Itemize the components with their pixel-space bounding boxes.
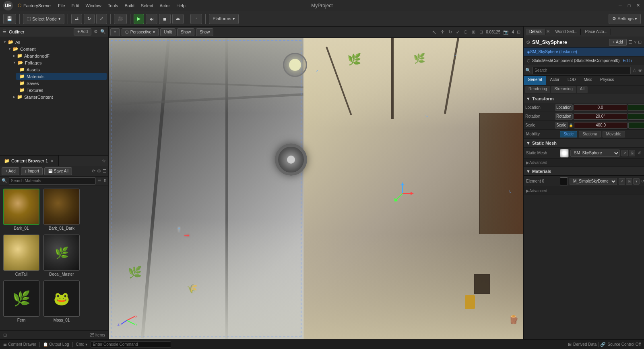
- cb-view-icon[interactable]: ☰: [97, 178, 101, 183]
- camera-icon[interactable]: 📷: [502, 29, 510, 35]
- material-item-fern[interactable]: 🌿 Fern: [2, 279, 41, 324]
- cb-add-button[interactable]: + Add: [2, 167, 19, 175]
- snap-icon[interactable]: ⊡: [478, 29, 484, 35]
- static-mesh-section-header[interactable]: ▼ Static Mesh: [524, 139, 644, 147]
- move-icon[interactable]: ✛: [440, 29, 446, 35]
- content-browser-tab[interactable]: 📁 Content Browser 1 ✕: [0, 156, 59, 166]
- filter-physics[interactable]: Physics: [596, 76, 618, 85]
- tree-item-abandoned[interactable]: ▶ 📁 AbandonedF: [11, 52, 107, 59]
- tree-item-saves[interactable]: 📁 Saves: [16, 80, 107, 87]
- material-item-bark01dark[interactable]: Bark_01_Dark: [42, 187, 81, 232]
- mat-more-button[interactable]: ▾: [633, 178, 640, 185]
- filter-misc[interactable]: Misc: [580, 76, 596, 85]
- edit-link[interactable]: Edit i: [623, 58, 632, 63]
- select-mode-button[interactable]: ⬚ Select Mode ▾: [23, 14, 64, 24]
- eye-icon[interactable]: 👁: [638, 68, 642, 73]
- collection-icon[interactable]: ⊞: [3, 332, 7, 338]
- mat-reset-button[interactable]: ↺: [641, 179, 644, 183]
- more-options-button[interactable]: ⋮: [190, 14, 202, 24]
- scale-select[interactable]: Scale: [555, 122, 568, 129]
- viewport-menu-button[interactable]: ≡: [110, 28, 120, 36]
- static-mesh-select[interactable]: SM_SkySphere: [570, 150, 620, 157]
- mat-copy-button[interactable]: ⎘: [626, 178, 632, 185]
- tree-item-all[interactable]: ▼ 📂 All: [2, 39, 107, 46]
- play-button[interactable]: ▶: [134, 14, 144, 24]
- details-view-icon[interactable]: ☰: [628, 39, 632, 45]
- cb-search-input[interactable]: [9, 177, 96, 185]
- transform-button[interactable]: ⇄: [71, 14, 82, 24]
- location-x-input[interactable]: [574, 104, 627, 111]
- tree-item-starter[interactable]: ▶ 📁 StarterContent: [11, 93, 107, 100]
- rotate-button[interactable]: ↻: [84, 14, 95, 24]
- outliner-search-icon[interactable]: 🔍: [100, 29, 106, 34]
- sub-tab-rendering[interactable]: Rendering: [525, 86, 550, 93]
- settings-button[interactable]: ⚙ Settings ▾: [609, 14, 641, 24]
- menu-file[interactable]: File: [56, 2, 68, 9]
- details-tab[interactable]: Details: [526, 29, 545, 35]
- unlit-button[interactable]: Unlit: [160, 28, 175, 36]
- save-button[interactable]: 💾: [3, 14, 16, 24]
- source-control-label[interactable]: Source Control Off: [607, 342, 641, 347]
- lock-icon[interactable]: ☆: [632, 68, 636, 73]
- materials-section-header[interactable]: ▼ Materials: [524, 167, 644, 176]
- play-from-button[interactable]: ⏭: [146, 14, 157, 24]
- grid-icon[interactable]: ⊞: [471, 29, 477, 35]
- materials-advanced-row[interactable]: ▶ Advanced: [524, 187, 644, 195]
- mesh-reset-button[interactable]: ↺: [637, 151, 642, 155]
- scale-button[interactable]: ⤢: [96, 14, 107, 24]
- world-settings-tab[interactable]: World Sett...: [552, 29, 581, 35]
- filter-general[interactable]: General: [524, 76, 546, 85]
- menu-edit[interactable]: Edit: [69, 2, 82, 9]
- details-search-input[interactable]: [533, 67, 631, 74]
- rotation-y-input[interactable]: [628, 113, 644, 120]
- tree-item-foliages[interactable]: ▼ 📂 Foliages: [11, 59, 107, 66]
- mobility-static-button[interactable]: Static: [560, 131, 577, 137]
- location-select[interactable]: Location: [555, 104, 573, 111]
- cb-import-button[interactable]: ↓ Import: [21, 167, 43, 175]
- derived-data-label[interactable]: Derived Data: [573, 342, 597, 347]
- menu-actor[interactable]: Actor: [157, 2, 172, 9]
- filter-actor[interactable]: Actor: [546, 76, 564, 85]
- content-drawer-button[interactable]: ☰ Content Drawer: [3, 342, 36, 347]
- outliner-settings-icon[interactable]: ⚙: [94, 29, 98, 34]
- tree-item-materials[interactable]: 📁 Materials: [16, 73, 107, 80]
- cb-sync-icon[interactable]: ⟳: [92, 168, 95, 174]
- minimize-button[interactable]: ─: [617, 3, 623, 8]
- scale-icon[interactable]: ⤢: [455, 29, 461, 35]
- camera-button[interactable]: 🎥: [114, 14, 127, 24]
- details-help-icon[interactable]: ?: [634, 40, 636, 45]
- location-y-input[interactable]: [628, 104, 644, 111]
- material-item-moss[interactable]: 🐸 Moss_01: [42, 279, 81, 324]
- transform-icon[interactable]: ⬡: [462, 29, 469, 35]
- scale-lock-icon[interactable]: 🔒: [569, 123, 573, 127]
- maximize-button[interactable]: □: [626, 3, 632, 8]
- rotation-select[interactable]: Rotation: [555, 113, 573, 120]
- material-element0-select[interactable]: M_SimpleSkyDome: [570, 178, 617, 185]
- tree-item-content[interactable]: ▼ 📂 Content: [6, 46, 107, 52]
- menu-tools[interactable]: Tools: [105, 2, 121, 9]
- fav-icon[interactable]: ☆: [99, 158, 108, 164]
- show-button1[interactable]: Show: [177, 28, 194, 36]
- platforms-button[interactable]: Platforms ▾: [209, 14, 239, 24]
- output-log-button[interactable]: 📋 Output Log: [43, 342, 69, 347]
- details-add-button[interactable]: + Add: [609, 39, 627, 46]
- filter-lod[interactable]: LOD: [564, 76, 580, 85]
- mat-browse-button[interactable]: ↗: [619, 178, 625, 185]
- viewport[interactable]: ↑ → 🌿 🌾 X Y Z: [109, 38, 523, 339]
- static-mesh-advanced-row[interactable]: ▶ Advanced: [524, 159, 644, 167]
- material-item-decal[interactable]: 🌿 Decal_Master: [42, 233, 81, 278]
- menu-build[interactable]: Build: [122, 2, 136, 9]
- console-input[interactable]: [91, 341, 171, 348]
- details-maximize-icon[interactable]: ⊡: [638, 39, 642, 45]
- rotation-x-input[interactable]: [574, 113, 627, 120]
- material-item-bark01[interactable]: Bark_01: [2, 187, 41, 232]
- mesh-copy-button[interactable]: ⎘: [629, 150, 635, 156]
- cb-settings-icon[interactable]: ⚙: [97, 168, 101, 174]
- mobility-movable-button[interactable]: Movable: [603, 131, 625, 137]
- cb-filter-icon[interactable]: ☰: [103, 168, 107, 174]
- cb-save-all-button[interactable]: 💾 Save All: [44, 167, 72, 175]
- sub-tab-streaming[interactable]: Streaming: [551, 86, 576, 93]
- close-button[interactable]: ✕: [635, 3, 641, 8]
- tree-item-textures[interactable]: 📁 Textures: [16, 87, 107, 93]
- cb-sort-icon[interactable]: ⬆: [103, 178, 107, 183]
